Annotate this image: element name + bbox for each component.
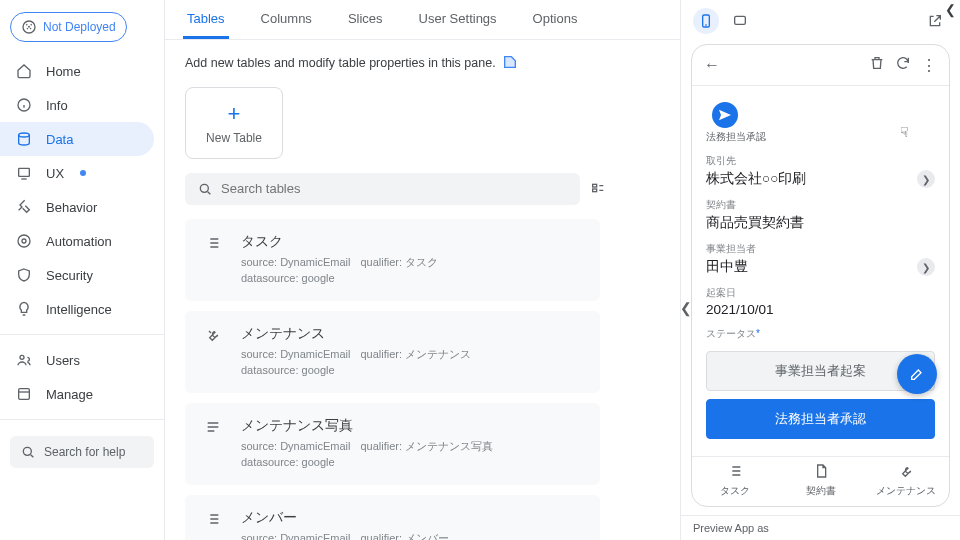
- sidebar-item-label: Manage: [46, 387, 93, 402]
- field-label: 起案日: [706, 286, 935, 300]
- svg-point-5: [18, 235, 30, 247]
- collapse-icon[interactable]: ❮: [943, 0, 958, 19]
- sidebar-item-info[interactable]: Info: [0, 88, 164, 122]
- detail-field[interactable]: 事業担当者田中豊❯: [706, 242, 935, 276]
- table-search[interactable]: [185, 173, 580, 205]
- table-card[interactable]: タスクsource: DynamicEmailqualifier: タスクdat…: [185, 219, 600, 301]
- sidebar-item-users[interactable]: Users: [0, 343, 164, 377]
- sidebar-item-label: Automation: [46, 234, 112, 249]
- refresh-icon[interactable]: [895, 55, 911, 75]
- preview-tab-task[interactable]: タスク: [692, 457, 778, 506]
- svg-point-2: [19, 133, 30, 137]
- table-card[interactable]: メンテナンスsource: DynamicEmailqualifier: メンテ…: [185, 311, 600, 393]
- tab-tables[interactable]: Tables: [183, 11, 229, 39]
- detail-field: 起案日2021/10/01: [706, 286, 935, 317]
- preview-footer-label: Preview App as: [681, 515, 960, 540]
- status-primary-button[interactable]: 法務担当者承認: [706, 399, 935, 439]
- behavior-icon: [16, 199, 32, 215]
- sidebar-item-ux[interactable]: UX: [0, 156, 164, 190]
- list-icon: [692, 463, 778, 482]
- table-card[interactable]: メンバーsource: DynamicEmailqualifier: メンバーd…: [185, 495, 600, 540]
- detail-field: 契約書商品売買契約書: [706, 198, 935, 232]
- preview-bottom-nav: タスク 契約書 メンテナンス: [692, 456, 949, 506]
- document-icon: [778, 463, 864, 482]
- field-label: 事業担当者: [706, 242, 935, 256]
- users-icon: [16, 352, 32, 368]
- table-title: メンテナンス: [241, 325, 584, 343]
- table-type-icon: [201, 233, 225, 251]
- sidebar-item-label: Data: [46, 132, 73, 147]
- svg-rect-7: [19, 389, 30, 400]
- sidebar-item-security[interactable]: Security: [0, 258, 164, 292]
- chevron-right-icon[interactable]: ❯: [917, 258, 935, 276]
- help-text: Add new tables and modify table properti…: [185, 56, 496, 70]
- field-value: 田中豊: [706, 258, 748, 276]
- svg-rect-13: [735, 16, 746, 24]
- sidebar-item-label: Intelligence: [46, 302, 112, 317]
- field-label: 取引先: [706, 154, 935, 168]
- table-search-input[interactable]: [221, 181, 568, 196]
- chevron-right-icon[interactable]: ❯: [917, 170, 935, 188]
- tab-columns[interactable]: Columns: [257, 11, 316, 39]
- deploy-icon: [21, 19, 37, 35]
- svg-rect-3: [19, 168, 30, 176]
- svg-point-4: [22, 239, 26, 243]
- shield-icon: [16, 267, 32, 283]
- tab-user-settings[interactable]: User Settings: [415, 11, 501, 39]
- more-icon[interactable]: ⋮: [921, 56, 937, 75]
- preview-tab-contract[interactable]: 契約書: [778, 457, 864, 506]
- deploy-status-text: Not Deployed: [43, 20, 116, 34]
- sidebar-item-label: Behavior: [46, 200, 97, 215]
- preview-tab-maintenance[interactable]: メンテナンス: [863, 457, 949, 506]
- preview-header: ← ⋮: [692, 45, 949, 86]
- table-meta: source: DynamicEmailqualifier: メンテナンス写真d…: [241, 438, 584, 471]
- phone-frame: ← ⋮ ☟ 法務担当承認 取引先株式会社○○印刷❯契約書商品売買契約書事業担当者…: [691, 44, 950, 507]
- svg-rect-11: [593, 189, 597, 192]
- device-mobile-button[interactable]: [693, 8, 719, 34]
- sidebar-item-automation[interactable]: Automation: [0, 224, 164, 258]
- plus-icon: +: [228, 101, 241, 127]
- table-type-icon: [201, 325, 225, 343]
- view-toggle-icon[interactable]: [590, 181, 606, 197]
- sidebar-item-behavior[interactable]: Behavior: [0, 190, 164, 224]
- device-tablet-button[interactable]: [727, 8, 753, 34]
- sidebar-item-home[interactable]: Home: [0, 54, 164, 88]
- tab-slices[interactable]: Slices: [344, 11, 387, 39]
- info-icon: [16, 97, 32, 113]
- panel-collapse-chevron[interactable]: ❮: [680, 300, 692, 316]
- svg-point-8: [23, 447, 31, 455]
- detail-field[interactable]: 取引先株式会社○○印刷❯: [706, 154, 935, 188]
- field-value: 2021/10/01: [706, 302, 774, 317]
- table-search-row: [185, 173, 660, 205]
- sidebar-item-label: UX: [46, 166, 64, 181]
- device-toolbar: [681, 0, 960, 42]
- ux-icon: [16, 165, 32, 181]
- wrench-icon: [863, 463, 949, 482]
- back-icon[interactable]: ←: [704, 56, 720, 74]
- table-list: タスクsource: DynamicEmailqualifier: タスクdat…: [185, 219, 600, 540]
- search-icon: [197, 181, 213, 197]
- preview-panel: ❮ ← ⋮: [680, 0, 960, 540]
- delete-icon[interactable]: [869, 55, 885, 75]
- help-doc-icon[interactable]: [502, 54, 518, 73]
- field-value: 株式会社○○印刷: [706, 170, 806, 188]
- tab-options[interactable]: Options: [529, 11, 582, 39]
- sidebar-item-intelligence[interactable]: Intelligence: [0, 292, 164, 326]
- table-card[interactable]: メンテナンス写真source: DynamicEmailqualifier: メ…: [185, 403, 600, 485]
- new-table-button[interactable]: + New Table: [185, 87, 283, 159]
- sidebar: Not Deployed Home Info Data UX Behavior …: [0, 0, 165, 540]
- table-meta: source: DynamicEmailqualifier: メンテナンスdat…: [241, 346, 584, 379]
- sidebar-item-label: Info: [46, 98, 68, 113]
- help-search[interactable]: Search for help: [10, 436, 154, 468]
- svg-rect-10: [593, 184, 597, 187]
- new-table-label: New Table: [206, 131, 262, 145]
- cursor-icon: ☟: [900, 124, 909, 140]
- status-field-label: ステータス*: [706, 327, 935, 341]
- sidebar-item-manage[interactable]: Manage: [0, 377, 164, 411]
- table-title: メンテナンス写真: [241, 417, 584, 435]
- sidebar-item-data[interactable]: Data: [0, 122, 154, 156]
- table-type-icon: [201, 509, 225, 527]
- help-search-placeholder: Search for help: [44, 445, 125, 459]
- deploy-status-badge[interactable]: Not Deployed: [10, 12, 127, 42]
- edit-fab[interactable]: [897, 354, 937, 394]
